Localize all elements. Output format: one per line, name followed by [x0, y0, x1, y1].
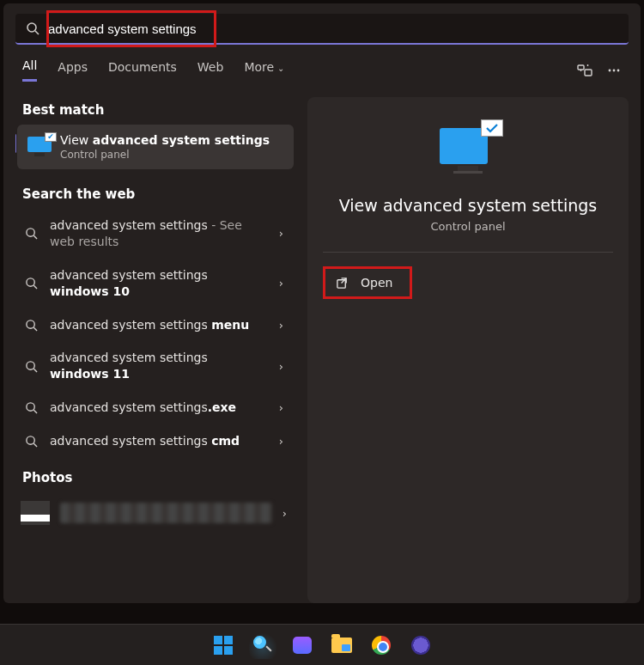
svg-rect-2	[578, 65, 584, 70]
svg-point-9	[26, 278, 33, 286]
tab-more-label: More	[244, 60, 274, 74]
svg-rect-3	[585, 70, 592, 76]
best-match-subtitle: Control panel	[60, 149, 270, 161]
web-result[interactable]: advanced system settings windows 10 ›	[15, 259, 295, 308]
start-search-window: All Apps Documents Web More⌄ Best match	[3, 3, 641, 603]
best-match-result[interactable]: ✔ View advanced system settings Control …	[17, 125, 294, 169]
search-input[interactable]	[48, 21, 618, 36]
photos-result[interactable]: ›	[15, 492, 295, 534]
svg-line-8	[33, 236, 37, 240]
best-match-prefix: View	[60, 133, 93, 147]
results-body: Best match ✔ View advanced system settin…	[15, 97, 629, 603]
svg-point-17	[26, 436, 33, 444]
detail-pane: View advanced system settings Control pa…	[307, 97, 629, 603]
web-result[interactable]: advanced system settings menu ›	[15, 308, 295, 342]
taskbar-explorer-button[interactable]	[328, 631, 355, 659]
svg-rect-19	[337, 279, 345, 287]
svg-line-10	[33, 285, 37, 289]
web-result[interactable]: advanced system settings cmd ›	[15, 424, 295, 458]
divider	[323, 252, 613, 253]
taskbar-search-button[interactable]	[249, 631, 276, 659]
start-button[interactable]	[210, 631, 237, 659]
chevron-right-icon: ›	[279, 277, 283, 290]
tab-web[interactable]: Web	[197, 60, 224, 81]
tab-documents[interactable]: Documents	[108, 60, 177, 81]
svg-line-1	[35, 31, 39, 34]
chevron-down-icon: ⌄	[277, 64, 284, 73]
tab-apps[interactable]: Apps	[58, 60, 88, 81]
chevron-right-icon: ›	[283, 507, 287, 520]
svg-point-15	[26, 403, 33, 411]
tab-more[interactable]: More⌄	[244, 60, 284, 81]
search-icon	[24, 277, 38, 290]
taskbar-paint-button[interactable]	[407, 631, 434, 659]
detail-subtitle: Control panel	[430, 220, 505, 233]
search-icon	[26, 21, 39, 35]
search-icon	[24, 401, 38, 415]
svg-line-18	[33, 443, 37, 447]
search-icon	[24, 435, 38, 448]
filter-tabs: All Apps Documents Web More⌄	[22, 58, 284, 82]
svg-point-11	[26, 320, 33, 327]
web-result[interactable]: advanced system settings windows 11 ›	[15, 341, 295, 391]
chat-icon	[293, 637, 312, 654]
open-external-icon	[336, 277, 349, 290]
photo-filename-blurred	[60, 503, 272, 523]
section-search-web: Search the web	[22, 186, 289, 202]
svg-point-13	[26, 362, 33, 369]
web-results-list: advanced system settings - See web resul…	[15, 209, 295, 458]
taskbar-chrome-button[interactable]	[368, 631, 395, 659]
results-left-column: Best match ✔ View advanced system settin…	[15, 97, 295, 603]
chevron-right-icon: ›	[279, 360, 283, 373]
svg-point-0	[27, 23, 36, 32]
best-match-text: View advanced system settings Control pa…	[60, 133, 270, 161]
best-match-bold: advanced system settings	[93, 133, 270, 147]
quick-settings-icon[interactable]	[577, 63, 592, 78]
web-result[interactable]: advanced system settings.exe ›	[15, 391, 295, 424]
open-button[interactable]: Open	[323, 266, 412, 299]
system-settings-icon-large	[440, 128, 496, 174]
web-result[interactable]: advanced system settings - See web resul…	[15, 209, 295, 259]
svg-line-12	[33, 327, 37, 331]
search-icon	[253, 636, 272, 655]
paint-icon	[411, 636, 430, 655]
tab-actions	[577, 63, 622, 78]
folder-icon	[331, 638, 352, 653]
svg-line-14	[33, 369, 37, 372]
svg-point-5	[613, 69, 616, 71]
tab-all[interactable]: All	[22, 58, 37, 82]
chevron-right-icon: ›	[279, 435, 283, 448]
svg-line-16	[33, 410, 37, 413]
system-settings-icon: ✔	[27, 137, 52, 157]
chevron-right-icon: ›	[279, 401, 283, 414]
svg-point-7	[26, 229, 33, 236]
search-icon	[24, 359, 38, 373]
taskbar	[0, 624, 644, 665]
chrome-icon	[372, 636, 391, 655]
chevron-right-icon: ›	[279, 227, 283, 240]
svg-point-4	[609, 69, 611, 71]
open-label: Open	[361, 276, 392, 290]
detail-title: View advanced system settings	[339, 196, 598, 215]
search-bar-container	[15, 14, 629, 45]
section-photos: Photos	[22, 470, 289, 485]
search-icon	[24, 318, 38, 332]
chevron-right-icon: ›	[279, 319, 283, 332]
more-options-icon[interactable]	[606, 63, 622, 78]
taskbar-chat-button[interactable]	[289, 631, 316, 659]
search-icon	[24, 227, 38, 241]
search-bar[interactable]	[15, 14, 629, 45]
svg-point-6	[617, 69, 620, 71]
section-best-match: Best match	[22, 102, 289, 118]
windows-logo-icon	[214, 636, 233, 655]
filter-tabs-row: All Apps Documents Web More⌄	[15, 58, 629, 82]
photo-thumbnail	[21, 501, 50, 525]
